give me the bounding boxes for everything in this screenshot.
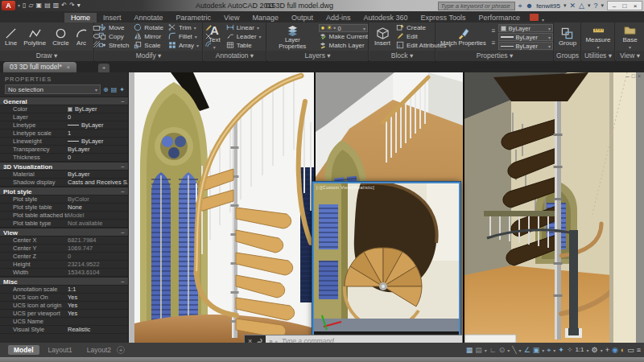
undo-icon[interactable]: ↶ xyxy=(61,2,67,9)
line-button[interactable]: Line xyxy=(2,23,19,51)
app-menu-caret-icon[interactable]: ▾ xyxy=(18,1,20,10)
floating-viewport-window[interactable]: [-][Custom View][Realistic] xyxy=(312,182,460,343)
block-panel-label[interactable]: Block ▾ xyxy=(369,51,435,61)
fillet-button[interactable]: Fillet▾ xyxy=(168,33,199,41)
property-value[interactable]: None xyxy=(68,204,128,211)
grid-display-icon[interactable]: ▦ xyxy=(466,343,473,356)
property-value[interactable]: ByLayer xyxy=(68,121,128,129)
palette-section-view[interactable]: View− xyxy=(0,228,128,237)
help-search-input[interactable] xyxy=(438,2,515,10)
account-caret-icon[interactable]: ▾ xyxy=(564,2,567,9)
layers-panel-label[interactable]: Layers ▾ xyxy=(267,51,368,61)
clean-screen-icon[interactable]: ▭ xyxy=(627,343,634,356)
polar-tracking-icon[interactable]: ⊙ xyxy=(499,343,506,356)
new-drawing-tab-button[interactable]: + xyxy=(98,64,109,72)
linear-dimension-button[interactable]: Linear ▾ xyxy=(226,24,262,32)
palette-section-plot-style[interactable]: Plot style− xyxy=(0,187,128,195)
autodesk360-icon[interactable]: △ xyxy=(579,1,584,10)
lineweight-dropdown[interactable]: ByLayer▾ xyxy=(498,33,553,41)
tab-view[interactable]: View xyxy=(217,13,246,23)
property-value[interactable]: 0 xyxy=(68,113,128,121)
stretch-button[interactable]: Stretch xyxy=(98,42,129,50)
palette-section-misc[interactable]: Misc− xyxy=(0,277,128,286)
workspace-icon[interactable]: ⚙ xyxy=(592,343,598,356)
help-icon[interactable]: ? xyxy=(593,1,597,10)
help-caret-icon[interactable]: ▾ xyxy=(601,2,604,9)
tab-output[interactable]: Output xyxy=(285,13,320,23)
property-value[interactable]: 0 xyxy=(68,253,128,260)
property-value[interactable]: ByColor xyxy=(68,195,128,203)
search-icon[interactable]: ⌖ xyxy=(518,1,522,10)
property-value[interactable]: Model xyxy=(68,212,128,219)
drawing-minimize-icon[interactable]: – xyxy=(626,73,630,80)
arc-button[interactable]: Arc xyxy=(73,23,90,51)
new-layout-button[interactable]: + xyxy=(117,346,125,354)
new-file-icon[interactable]: ▯ xyxy=(23,2,26,9)
tab-home[interactable]: Home xyxy=(64,13,97,23)
tab-performance[interactable]: Performance xyxy=(472,13,526,23)
isodraft-icon[interactable]: ╲ xyxy=(512,343,516,356)
viewport-controls-label[interactable]: [-][Custom View][Realistic] xyxy=(316,185,374,190)
file-tab[interactable]: 03 3D full model*× xyxy=(3,62,76,72)
annotation-panel-label[interactable]: Annotation ▾ xyxy=(204,51,266,61)
list-icon[interactable]: ≡ xyxy=(492,39,496,47)
base-button[interactable]: Base▾ xyxy=(620,23,639,51)
palette-section-3d-visualization[interactable]: 3D Visualization− xyxy=(0,162,128,171)
move-button[interactable]: Move xyxy=(98,24,129,32)
viewport-left[interactable] xyxy=(129,72,314,343)
signed-in-username[interactable]: fenwit95 xyxy=(536,2,560,10)
property-value[interactable]: 1069.747 xyxy=(68,245,128,252)
viewport-right[interactable] xyxy=(464,72,644,343)
quick-select-icon[interactable]: ✦ xyxy=(119,86,125,93)
graphics-performance-icon[interactable]: ◐ xyxy=(621,343,625,356)
print-icon[interactable]: ▥ xyxy=(53,2,60,9)
tab-autodesk-360[interactable]: Autodesk 360 xyxy=(357,13,415,23)
group-button[interactable]: Group xyxy=(556,23,579,51)
customization-icon[interactable]: + xyxy=(605,343,609,356)
array-button[interactable]: Array▾ xyxy=(168,42,199,50)
property-value[interactable]: 1:1 xyxy=(68,286,128,293)
rotate-button[interactable]: Rotate xyxy=(134,24,163,32)
snap-mode-icon-caret[interactable]: ▾ xyxy=(485,348,487,353)
open-file-icon[interactable]: ▱ xyxy=(28,2,33,9)
property-value[interactable]: 15343.6104 xyxy=(68,269,128,276)
restore-button[interactable]: □ xyxy=(620,2,630,10)
groups-panel-label[interactable]: Groups ▾ xyxy=(555,51,580,61)
qat-dropdown-icon[interactable]: ▾ xyxy=(77,2,80,9)
ribbon-state-caret-icon[interactable]: ▾ xyxy=(542,17,544,23)
menu-icon[interactable]: ≡ xyxy=(637,343,641,356)
property-value[interactable]: ByLayer xyxy=(68,138,128,145)
trim-button[interactable]: Trim▾ xyxy=(168,24,199,32)
property-value[interactable]: Yes xyxy=(68,310,128,317)
copy-button[interactable]: Copy xyxy=(98,33,129,41)
match-layer-button[interactable]: Match Layer xyxy=(319,42,368,50)
view-panel-label[interactable]: View ▾ xyxy=(616,51,644,61)
properties-panel-label[interactable]: Properties ▾ xyxy=(436,51,553,61)
property-value[interactable]: Yes xyxy=(68,294,128,301)
close-tab-icon[interactable]: × xyxy=(67,62,70,72)
annotation-scale-label[interactable]: 1:1 xyxy=(575,343,584,356)
layout-tab-layout1[interactable]: Layout1 xyxy=(43,345,78,355)
property-value[interactable]: ByLayer xyxy=(68,105,128,113)
drawing-restore-icon[interactable]: □ xyxy=(632,73,635,80)
linetype-dropdown[interactable]: ByLayer▾ xyxy=(498,42,553,50)
mirror-button[interactable]: Mirror xyxy=(134,33,163,41)
list-icon[interactable]: ≡ xyxy=(492,27,496,35)
property-value[interactable]: 1 xyxy=(68,130,128,137)
featured-apps-icon[interactable] xyxy=(530,14,539,21)
property-value[interactable]: 23214.9522 xyxy=(68,261,128,268)
drawing-close-icon[interactable]: × xyxy=(638,73,641,80)
annotation-autoscale-icon[interactable]: ✧ xyxy=(567,343,573,356)
redo-icon[interactable]: ↷ xyxy=(69,2,75,9)
close-button[interactable]: × xyxy=(630,2,640,10)
layout-tab-model[interactable]: Model xyxy=(8,345,39,355)
tab-express-tools[interactable]: Express Tools xyxy=(415,13,473,23)
modify-panel-label[interactable]: Modify ▾ xyxy=(95,51,202,61)
object-snap-icon-caret[interactable]: ▾ xyxy=(542,348,544,353)
tab-manage[interactable]: Manage xyxy=(246,13,285,23)
property-value[interactable]: 0 xyxy=(68,154,128,161)
property-value[interactable] xyxy=(68,318,128,325)
layer-dropdown[interactable]: ● ☀ ▪ 0 ▾ xyxy=(319,24,368,32)
draw-panel-label[interactable]: Draw ▾ xyxy=(0,51,93,61)
make-current-button[interactable]: Make Current xyxy=(319,33,368,41)
